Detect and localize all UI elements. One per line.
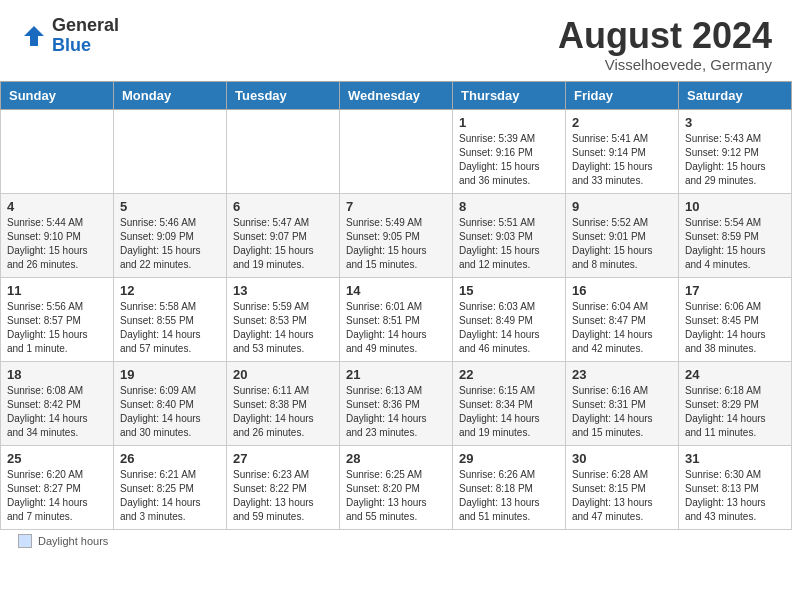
day-info: Sunrise: 5:49 AM Sunset: 9:05 PM Dayligh…	[346, 216, 446, 272]
col-tuesday: Tuesday	[227, 81, 340, 109]
table-row: 26Sunrise: 6:21 AM Sunset: 8:25 PM Dayli…	[114, 445, 227, 529]
day-number: 27	[233, 451, 333, 466]
table-row: 19Sunrise: 6:09 AM Sunset: 8:40 PM Dayli…	[114, 361, 227, 445]
table-row: 17Sunrise: 6:06 AM Sunset: 8:45 PM Dayli…	[679, 277, 792, 361]
calendar-week-2: 4Sunrise: 5:44 AM Sunset: 9:10 PM Daylig…	[1, 193, 792, 277]
day-info: Sunrise: 6:13 AM Sunset: 8:36 PM Dayligh…	[346, 384, 446, 440]
day-number: 25	[7, 451, 107, 466]
table-row	[340, 109, 453, 193]
logo: General Blue	[20, 16, 119, 56]
day-number: 1	[459, 115, 559, 130]
table-row	[114, 109, 227, 193]
table-row	[227, 109, 340, 193]
day-info: Sunrise: 6:20 AM Sunset: 8:27 PM Dayligh…	[7, 468, 107, 524]
table-row: 9Sunrise: 5:52 AM Sunset: 9:01 PM Daylig…	[566, 193, 679, 277]
day-info: Sunrise: 5:52 AM Sunset: 9:01 PM Dayligh…	[572, 216, 672, 272]
day-number: 19	[120, 367, 220, 382]
logo-icon	[20, 22, 48, 50]
calendar-week-4: 18Sunrise: 6:08 AM Sunset: 8:42 PM Dayli…	[1, 361, 792, 445]
day-number: 22	[459, 367, 559, 382]
col-saturday: Saturday	[679, 81, 792, 109]
day-number: 17	[685, 283, 785, 298]
table-row: 28Sunrise: 6:25 AM Sunset: 8:20 PM Dayli…	[340, 445, 453, 529]
table-row: 4Sunrise: 5:44 AM Sunset: 9:10 PM Daylig…	[1, 193, 114, 277]
table-row: 7Sunrise: 5:49 AM Sunset: 9:05 PM Daylig…	[340, 193, 453, 277]
day-number: 6	[233, 199, 333, 214]
table-row: 12Sunrise: 5:58 AM Sunset: 8:55 PM Dayli…	[114, 277, 227, 361]
table-row: 30Sunrise: 6:28 AM Sunset: 8:15 PM Dayli…	[566, 445, 679, 529]
col-thursday: Thursday	[453, 81, 566, 109]
day-number: 23	[572, 367, 672, 382]
day-info: Sunrise: 6:21 AM Sunset: 8:25 PM Dayligh…	[120, 468, 220, 524]
table-row: 25Sunrise: 6:20 AM Sunset: 8:27 PM Dayli…	[1, 445, 114, 529]
day-number: 3	[685, 115, 785, 130]
day-number: 26	[120, 451, 220, 466]
day-number: 5	[120, 199, 220, 214]
table-row: 3Sunrise: 5:43 AM Sunset: 9:12 PM Daylig…	[679, 109, 792, 193]
day-number: 12	[120, 283, 220, 298]
table-row: 23Sunrise: 6:16 AM Sunset: 8:31 PM Dayli…	[566, 361, 679, 445]
table-row: 27Sunrise: 6:23 AM Sunset: 8:22 PM Dayli…	[227, 445, 340, 529]
table-row: 15Sunrise: 6:03 AM Sunset: 8:49 PM Dayli…	[453, 277, 566, 361]
table-row: 14Sunrise: 6:01 AM Sunset: 8:51 PM Dayli…	[340, 277, 453, 361]
calendar-header-row: Sunday Monday Tuesday Wednesday Thursday…	[1, 81, 792, 109]
legend-label: Daylight hours	[38, 535, 108, 547]
day-number: 18	[7, 367, 107, 382]
calendar-week-3: 11Sunrise: 5:56 AM Sunset: 8:57 PM Dayli…	[1, 277, 792, 361]
table-row: 31Sunrise: 6:30 AM Sunset: 8:13 PM Dayli…	[679, 445, 792, 529]
day-info: Sunrise: 6:04 AM Sunset: 8:47 PM Dayligh…	[572, 300, 672, 356]
day-number: 7	[346, 199, 446, 214]
logo-general: General	[52, 16, 119, 36]
day-number: 4	[7, 199, 107, 214]
day-number: 20	[233, 367, 333, 382]
day-info: Sunrise: 5:59 AM Sunset: 8:53 PM Dayligh…	[233, 300, 333, 356]
day-info: Sunrise: 6:23 AM Sunset: 8:22 PM Dayligh…	[233, 468, 333, 524]
day-number: 29	[459, 451, 559, 466]
day-info: Sunrise: 5:43 AM Sunset: 9:12 PM Dayligh…	[685, 132, 785, 188]
table-row: 29Sunrise: 6:26 AM Sunset: 8:18 PM Dayli…	[453, 445, 566, 529]
day-info: Sunrise: 5:41 AM Sunset: 9:14 PM Dayligh…	[572, 132, 672, 188]
svg-marker-0	[24, 26, 44, 46]
calendar-week-5: 25Sunrise: 6:20 AM Sunset: 8:27 PM Dayli…	[1, 445, 792, 529]
col-friday: Friday	[566, 81, 679, 109]
day-info: Sunrise: 5:39 AM Sunset: 9:16 PM Dayligh…	[459, 132, 559, 188]
day-info: Sunrise: 6:01 AM Sunset: 8:51 PM Dayligh…	[346, 300, 446, 356]
col-monday: Monday	[114, 81, 227, 109]
table-row: 20Sunrise: 6:11 AM Sunset: 8:38 PM Dayli…	[227, 361, 340, 445]
day-info: Sunrise: 6:26 AM Sunset: 8:18 PM Dayligh…	[459, 468, 559, 524]
day-info: Sunrise: 6:11 AM Sunset: 8:38 PM Dayligh…	[233, 384, 333, 440]
day-number: 10	[685, 199, 785, 214]
day-number: 28	[346, 451, 446, 466]
table-row: 8Sunrise: 5:51 AM Sunset: 9:03 PM Daylig…	[453, 193, 566, 277]
day-info: Sunrise: 5:46 AM Sunset: 9:09 PM Dayligh…	[120, 216, 220, 272]
month-title: August 2024	[558, 16, 772, 56]
day-info: Sunrise: 6:25 AM Sunset: 8:20 PM Dayligh…	[346, 468, 446, 524]
table-row: 16Sunrise: 6:04 AM Sunset: 8:47 PM Dayli…	[566, 277, 679, 361]
table-row: 18Sunrise: 6:08 AM Sunset: 8:42 PM Dayli…	[1, 361, 114, 445]
col-sunday: Sunday	[1, 81, 114, 109]
legend-box	[18, 534, 32, 548]
table-row: 24Sunrise: 6:18 AM Sunset: 8:29 PM Dayli…	[679, 361, 792, 445]
day-info: Sunrise: 6:15 AM Sunset: 8:34 PM Dayligh…	[459, 384, 559, 440]
table-row: 6Sunrise: 5:47 AM Sunset: 9:07 PM Daylig…	[227, 193, 340, 277]
table-row: 22Sunrise: 6:15 AM Sunset: 8:34 PM Dayli…	[453, 361, 566, 445]
day-number: 30	[572, 451, 672, 466]
calendar-table: Sunday Monday Tuesday Wednesday Thursday…	[0, 81, 792, 530]
table-row: 21Sunrise: 6:13 AM Sunset: 8:36 PM Dayli…	[340, 361, 453, 445]
title-block: August 2024 Visselhoevede, Germany	[558, 16, 772, 73]
day-info: Sunrise: 6:28 AM Sunset: 8:15 PM Dayligh…	[572, 468, 672, 524]
day-number: 9	[572, 199, 672, 214]
logo-blue: Blue	[52, 36, 119, 56]
table-row: 10Sunrise: 5:54 AM Sunset: 8:59 PM Dayli…	[679, 193, 792, 277]
day-info: Sunrise: 5:54 AM Sunset: 8:59 PM Dayligh…	[685, 216, 785, 272]
day-info: Sunrise: 6:06 AM Sunset: 8:45 PM Dayligh…	[685, 300, 785, 356]
table-row: 11Sunrise: 5:56 AM Sunset: 8:57 PM Dayli…	[1, 277, 114, 361]
day-number: 21	[346, 367, 446, 382]
day-info: Sunrise: 5:56 AM Sunset: 8:57 PM Dayligh…	[7, 300, 107, 356]
calendar-week-1: 1Sunrise: 5:39 AM Sunset: 9:16 PM Daylig…	[1, 109, 792, 193]
table-row: 13Sunrise: 5:59 AM Sunset: 8:53 PM Dayli…	[227, 277, 340, 361]
day-number: 8	[459, 199, 559, 214]
day-info: Sunrise: 5:44 AM Sunset: 9:10 PM Dayligh…	[7, 216, 107, 272]
page-header: General Blue August 2024 Visselhoevede, …	[0, 0, 792, 81]
day-number: 31	[685, 451, 785, 466]
